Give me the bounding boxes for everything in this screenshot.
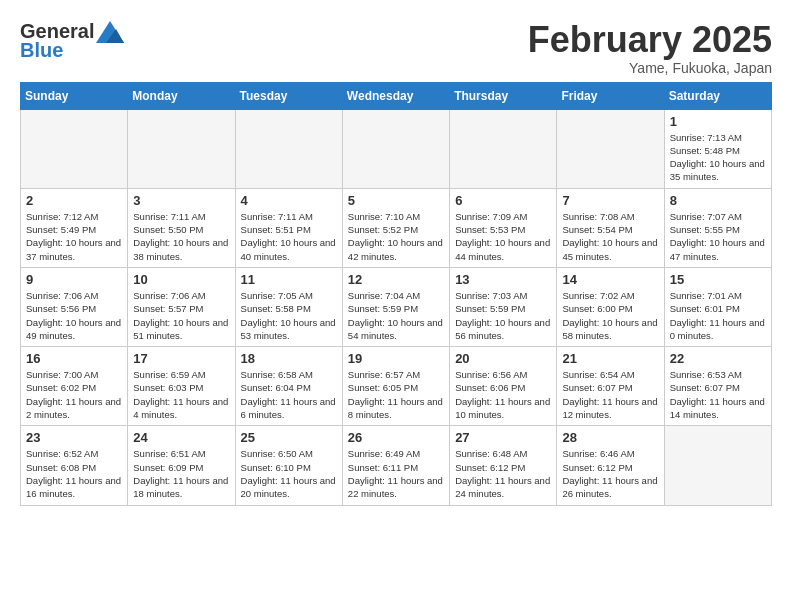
calendar-cell: 18Sunrise: 6:58 AMSunset: 6:04 PMDayligh…: [235, 347, 342, 426]
calendar-title: February 2025: [528, 20, 772, 60]
day-number: 25: [241, 430, 337, 445]
calendar-cell: 9Sunrise: 7:06 AMSunset: 5:56 PMDaylight…: [21, 267, 128, 346]
day-info: Sunrise: 6:51 AMSunset: 6:09 PMDaylight:…: [133, 447, 229, 500]
weekday-header-row: SundayMondayTuesdayWednesdayThursdayFrid…: [21, 82, 772, 109]
calendar-cell: 2Sunrise: 7:12 AMSunset: 5:49 PMDaylight…: [21, 188, 128, 267]
calendar-cell: [235, 109, 342, 188]
calendar-cell: 27Sunrise: 6:48 AMSunset: 6:12 PMDayligh…: [450, 426, 557, 505]
day-info: Sunrise: 7:02 AMSunset: 6:00 PMDaylight:…: [562, 289, 658, 342]
calendar-cell: 3Sunrise: 7:11 AMSunset: 5:50 PMDaylight…: [128, 188, 235, 267]
calendar-cell: 7Sunrise: 7:08 AMSunset: 5:54 PMDaylight…: [557, 188, 664, 267]
day-number: 16: [26, 351, 122, 366]
day-info: Sunrise: 6:46 AMSunset: 6:12 PMDaylight:…: [562, 447, 658, 500]
day-number: 10: [133, 272, 229, 287]
day-info: Sunrise: 6:49 AMSunset: 6:11 PMDaylight:…: [348, 447, 444, 500]
day-info: Sunrise: 6:52 AMSunset: 6:08 PMDaylight:…: [26, 447, 122, 500]
day-number: 3: [133, 193, 229, 208]
day-number: 18: [241, 351, 337, 366]
calendar-week-4: 23Sunrise: 6:52 AMSunset: 6:08 PMDayligh…: [21, 426, 772, 505]
day-info: Sunrise: 6:58 AMSunset: 6:04 PMDaylight:…: [241, 368, 337, 421]
day-info: Sunrise: 6:54 AMSunset: 6:07 PMDaylight:…: [562, 368, 658, 421]
calendar-cell: [664, 426, 771, 505]
calendar-cell: 28Sunrise: 6:46 AMSunset: 6:12 PMDayligh…: [557, 426, 664, 505]
calendar-week-3: 16Sunrise: 7:00 AMSunset: 6:02 PMDayligh…: [21, 347, 772, 426]
calendar-cell: 20Sunrise: 6:56 AMSunset: 6:06 PMDayligh…: [450, 347, 557, 426]
day-number: 1: [670, 114, 766, 129]
day-info: Sunrise: 6:57 AMSunset: 6:05 PMDaylight:…: [348, 368, 444, 421]
day-number: 7: [562, 193, 658, 208]
day-info: Sunrise: 7:10 AMSunset: 5:52 PMDaylight:…: [348, 210, 444, 263]
weekday-header-tuesday: Tuesday: [235, 82, 342, 109]
day-info: Sunrise: 7:11 AMSunset: 5:50 PMDaylight:…: [133, 210, 229, 263]
logo-icon: [96, 21, 124, 43]
calendar-cell: 5Sunrise: 7:10 AMSunset: 5:52 PMDaylight…: [342, 188, 449, 267]
calendar-cell: [450, 109, 557, 188]
day-number: 5: [348, 193, 444, 208]
calendar-cell: 10Sunrise: 7:06 AMSunset: 5:57 PMDayligh…: [128, 267, 235, 346]
calendar-cell: 23Sunrise: 6:52 AMSunset: 6:08 PMDayligh…: [21, 426, 128, 505]
calendar-cell: 19Sunrise: 6:57 AMSunset: 6:05 PMDayligh…: [342, 347, 449, 426]
weekday-header-wednesday: Wednesday: [342, 82, 449, 109]
day-number: 4: [241, 193, 337, 208]
day-info: Sunrise: 7:03 AMSunset: 5:59 PMDaylight:…: [455, 289, 551, 342]
day-number: 26: [348, 430, 444, 445]
calendar-subtitle: Yame, Fukuoka, Japan: [528, 60, 772, 76]
day-number: 17: [133, 351, 229, 366]
day-info: Sunrise: 6:53 AMSunset: 6:07 PMDaylight:…: [670, 368, 766, 421]
calendar-cell: 21Sunrise: 6:54 AMSunset: 6:07 PMDayligh…: [557, 347, 664, 426]
day-number: 28: [562, 430, 658, 445]
day-info: Sunrise: 7:06 AMSunset: 5:56 PMDaylight:…: [26, 289, 122, 342]
day-number: 14: [562, 272, 658, 287]
day-number: 6: [455, 193, 551, 208]
day-number: 8: [670, 193, 766, 208]
weekday-header-saturday: Saturday: [664, 82, 771, 109]
calendar-cell: 8Sunrise: 7:07 AMSunset: 5:55 PMDaylight…: [664, 188, 771, 267]
calendar-cell: 12Sunrise: 7:04 AMSunset: 5:59 PMDayligh…: [342, 267, 449, 346]
day-number: 21: [562, 351, 658, 366]
day-info: Sunrise: 7:09 AMSunset: 5:53 PMDaylight:…: [455, 210, 551, 263]
calendar-cell: [128, 109, 235, 188]
calendar-cell: 17Sunrise: 6:59 AMSunset: 6:03 PMDayligh…: [128, 347, 235, 426]
day-info: Sunrise: 6:56 AMSunset: 6:06 PMDaylight:…: [455, 368, 551, 421]
weekday-header-monday: Monday: [128, 82, 235, 109]
calendar-cell: 11Sunrise: 7:05 AMSunset: 5:58 PMDayligh…: [235, 267, 342, 346]
calendar-week-2: 9Sunrise: 7:06 AMSunset: 5:56 PMDaylight…: [21, 267, 772, 346]
calendar-week-0: 1Sunrise: 7:13 AMSunset: 5:48 PMDaylight…: [21, 109, 772, 188]
day-number: 23: [26, 430, 122, 445]
calendar-cell: 24Sunrise: 6:51 AMSunset: 6:09 PMDayligh…: [128, 426, 235, 505]
day-info: Sunrise: 6:59 AMSunset: 6:03 PMDaylight:…: [133, 368, 229, 421]
logo: General Blue: [20, 20, 124, 62]
calendar-cell: 22Sunrise: 6:53 AMSunset: 6:07 PMDayligh…: [664, 347, 771, 426]
logo-blue: Blue: [20, 39, 63, 62]
day-number: 13: [455, 272, 551, 287]
calendar-table: SundayMondayTuesdayWednesdayThursdayFrid…: [20, 82, 772, 506]
calendar-cell: 25Sunrise: 6:50 AMSunset: 6:10 PMDayligh…: [235, 426, 342, 505]
day-info: Sunrise: 7:12 AMSunset: 5:49 PMDaylight:…: [26, 210, 122, 263]
day-info: Sunrise: 7:07 AMSunset: 5:55 PMDaylight:…: [670, 210, 766, 263]
day-info: Sunrise: 7:06 AMSunset: 5:57 PMDaylight:…: [133, 289, 229, 342]
calendar-cell: 26Sunrise: 6:49 AMSunset: 6:11 PMDayligh…: [342, 426, 449, 505]
calendar-cell: 1Sunrise: 7:13 AMSunset: 5:48 PMDaylight…: [664, 109, 771, 188]
calendar-cell: 6Sunrise: 7:09 AMSunset: 5:53 PMDaylight…: [450, 188, 557, 267]
weekday-header-friday: Friday: [557, 82, 664, 109]
day-info: Sunrise: 7:01 AMSunset: 6:01 PMDaylight:…: [670, 289, 766, 342]
calendar-cell: 15Sunrise: 7:01 AMSunset: 6:01 PMDayligh…: [664, 267, 771, 346]
day-number: 2: [26, 193, 122, 208]
calendar-cell: [557, 109, 664, 188]
day-info: Sunrise: 7:13 AMSunset: 5:48 PMDaylight:…: [670, 131, 766, 184]
day-number: 12: [348, 272, 444, 287]
day-number: 9: [26, 272, 122, 287]
day-number: 22: [670, 351, 766, 366]
calendar-cell: 13Sunrise: 7:03 AMSunset: 5:59 PMDayligh…: [450, 267, 557, 346]
calendar-cell: [21, 109, 128, 188]
calendar-cell: 14Sunrise: 7:02 AMSunset: 6:00 PMDayligh…: [557, 267, 664, 346]
calendar-cell: [342, 109, 449, 188]
weekday-header-sunday: Sunday: [21, 82, 128, 109]
day-number: 27: [455, 430, 551, 445]
day-info: Sunrise: 7:05 AMSunset: 5:58 PMDaylight:…: [241, 289, 337, 342]
calendar-cell: 16Sunrise: 7:00 AMSunset: 6:02 PMDayligh…: [21, 347, 128, 426]
day-info: Sunrise: 7:11 AMSunset: 5:51 PMDaylight:…: [241, 210, 337, 263]
day-info: Sunrise: 6:48 AMSunset: 6:12 PMDaylight:…: [455, 447, 551, 500]
day-number: 19: [348, 351, 444, 366]
day-number: 11: [241, 272, 337, 287]
